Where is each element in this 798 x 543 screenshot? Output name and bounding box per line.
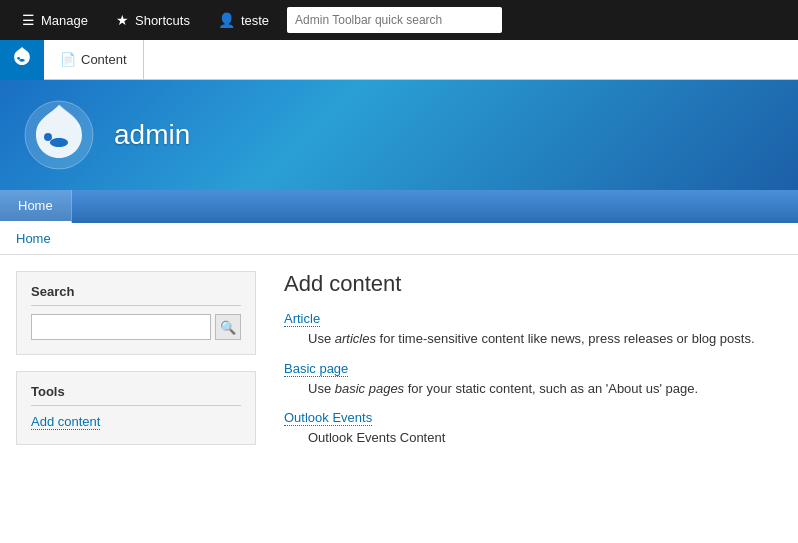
main-layout: Search 🔍 Tools Add content Add content A… <box>0 255 798 477</box>
user-label: teste <box>241 13 269 28</box>
manage-button[interactable]: ☰ Manage <box>8 0 102 40</box>
shortcuts-label: Shortcuts <box>135 13 190 28</box>
admin-toolbar: ☰ Manage ★ Shortcuts 👤 teste <box>0 0 798 40</box>
article-description: Use articles for time-sensitive content … <box>284 329 774 349</box>
article-link[interactable]: Article <box>284 311 320 327</box>
search-block: Search 🔍 <box>16 271 256 355</box>
content-nav-item[interactable]: 📄 Content <box>44 40 144 80</box>
search-block-title: Search <box>31 284 241 306</box>
search-input[interactable] <box>31 314 211 340</box>
basic-page-description: Use basic pages for your static content,… <box>284 379 774 399</box>
primary-menu: Home <box>0 190 798 223</box>
toolbar-search-input[interactable] <box>287 7 502 33</box>
file-icon: 📄 <box>60 52 76 67</box>
manage-label: Manage <box>41 13 88 28</box>
svg-point-0 <box>17 56 20 59</box>
secondary-nav: 📄 Content <box>0 40 798 80</box>
breadcrumb: Home <box>0 223 798 255</box>
hero-title: admin <box>114 119 190 151</box>
content-title: Add content <box>284 271 774 297</box>
content-type-article: Article Use articles for time-sensitive … <box>284 311 774 349</box>
user-button[interactable]: 👤 teste <box>204 0 283 40</box>
search-button[interactable]: 🔍 <box>215 314 241 340</box>
primary-menu-home[interactable]: Home <box>0 190 72 223</box>
hero-banner: admin <box>0 80 798 190</box>
hero-drupal-logo <box>24 100 94 170</box>
basic-page-link[interactable]: Basic page <box>284 361 348 377</box>
star-icon: ★ <box>116 12 129 28</box>
tools-block: Tools Add content <box>16 371 256 445</box>
search-form: 🔍 <box>31 314 241 340</box>
shortcuts-button[interactable]: ★ Shortcuts <box>102 0 204 40</box>
content-nav-label: Content <box>81 52 127 67</box>
user-icon: 👤 <box>218 12 235 28</box>
search-icon: 🔍 <box>220 320 236 335</box>
content-type-basic-page: Basic page Use basic pages for your stat… <box>284 361 774 399</box>
add-content-link[interactable]: Add content <box>31 414 100 430</box>
outlook-events-description: Outlook Events Content <box>284 428 774 448</box>
sidebar: Search 🔍 Tools Add content <box>16 271 256 461</box>
content-type-outlook-events: Outlook Events Outlook Events Content <box>284 410 774 448</box>
hamburger-icon: ☰ <box>22 12 35 28</box>
breadcrumb-home-link[interactable]: Home <box>16 231 51 246</box>
outlook-events-link[interactable]: Outlook Events <box>284 410 372 426</box>
content-area: Add content Article Use articles for tim… <box>276 271 782 460</box>
svg-point-2 <box>44 133 52 141</box>
drupal-logo[interactable] <box>0 40 44 80</box>
tools-block-title: Tools <box>31 384 241 406</box>
